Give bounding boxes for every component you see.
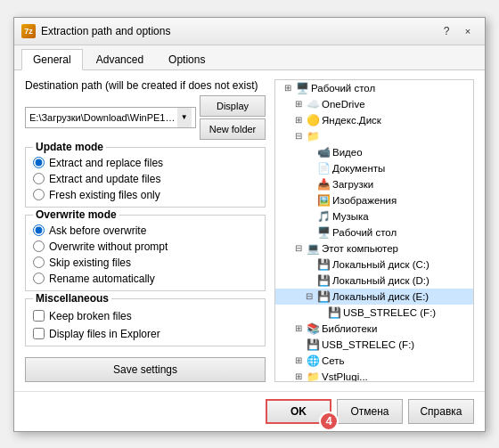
tree-label: Загрузки bbox=[332, 179, 373, 190]
overwrite-mode-options: Ask before overwrite Overwrite without p… bbox=[33, 224, 258, 285]
tree-label: Локальный диск (C:) bbox=[332, 259, 429, 270]
folder-icon: 📁 bbox=[307, 130, 319, 143]
tree-item-disk-c[interactable]: 💾 Локальный диск (C:) bbox=[275, 257, 473, 273]
misc-section: Miscellaneous Keep broken files Display … bbox=[25, 298, 266, 346]
radio-extract-update[interactable]: Extract and update files bbox=[33, 173, 258, 185]
tree-label: OneDrive bbox=[322, 99, 365, 110]
tree-item-onedrive[interactable]: ⊞ ☁️ OneDrive bbox=[275, 96, 473, 112]
tree-toggle: ⊞ bbox=[293, 355, 304, 365]
desktop-icon: 🖥️ bbox=[296, 82, 308, 94]
radio-fresh-existing[interactable]: Fresh existing files only bbox=[33, 189, 258, 201]
tree-item-docs[interactable]: 📄 Документы bbox=[275, 160, 473, 176]
help-bottom-button[interactable]: Справка bbox=[408, 399, 474, 424]
title-bar-controls: ? × bbox=[437, 23, 478, 39]
misc-options: Keep broken files Display files in Explo… bbox=[33, 308, 258, 340]
close-button[interactable]: × bbox=[458, 23, 478, 39]
tree-item-desktop2[interactable]: 🖥️ Рабочий стол bbox=[275, 224, 473, 240]
title-bar-left: 7z Extraction path and options bbox=[21, 24, 170, 38]
main-content: Destination path (will be created if doe… bbox=[14, 70, 485, 391]
tree-label: Яндекс.Диск bbox=[322, 115, 381, 126]
tree-item-video[interactable]: 📹 Видео bbox=[275, 144, 473, 160]
video-icon: 📹 bbox=[317, 146, 330, 159]
radio-rename-auto[interactable]: Rename automatically bbox=[33, 273, 258, 285]
cloud-icon: ☁️ bbox=[307, 98, 319, 110]
checkbox-keep-broken[interactable]: Keep broken files bbox=[33, 310, 258, 322]
title-bar: 7z Extraction path and options ? × bbox=[14, 18, 485, 45]
tree-item-disk-e[interactable]: ⊟ 💾 Локальный диск (E:) bbox=[275, 289, 473, 305]
tab-advanced[interactable]: Advanced bbox=[85, 49, 155, 69]
tree-label: Рабочий стол bbox=[311, 83, 375, 94]
vstplugin-icon: 📁 bbox=[307, 371, 319, 382]
checkbox-display-explorer[interactable]: Display files in Explorer bbox=[33, 328, 258, 340]
tree-label: Изображения bbox=[332, 195, 397, 206]
path-dropdown-button[interactable]: ▼ bbox=[177, 108, 192, 127]
tab-bar: General Advanced Options bbox=[14, 45, 485, 70]
update-mode-options: Extract and replace files Extract and up… bbox=[33, 157, 258, 201]
cancel-button[interactable]: Отмена bbox=[337, 399, 403, 424]
radio-extract-replace[interactable]: Extract and replace files bbox=[33, 157, 258, 169]
yandex-icon: 🟡 bbox=[307, 114, 319, 126]
libraries-icon: 📚 bbox=[307, 322, 319, 335]
disk-e-icon: 💾 bbox=[317, 290, 330, 303]
tree-label: USB_STRELEC (F:) bbox=[322, 339, 414, 350]
computer-icon: 💻 bbox=[307, 242, 319, 255]
tree-toggle: ⊞ bbox=[293, 323, 304, 333]
tree-label: Локальный диск (D:) bbox=[332, 275, 429, 286]
tree-item-network[interactable]: ⊞ 🌐 Сеть bbox=[275, 353, 473, 369]
tree-toggle: ⊞ bbox=[293, 115, 304, 125]
tree-toggle: ⊟ bbox=[293, 243, 304, 253]
usb-f1-icon: 💾 bbox=[328, 306, 340, 319]
tree-item-user[interactable]: ⊟ 📁 bbox=[275, 128, 473, 144]
save-settings-button[interactable]: Save settings bbox=[25, 357, 266, 382]
tree-label: Локальный диск (E:) bbox=[332, 291, 429, 302]
overwrite-mode-section: Overwrite mode Ask before overwrite Over… bbox=[25, 215, 266, 291]
update-mode-section: Update mode Extract and replace files Ex… bbox=[25, 147, 266, 208]
path-input[interactable] bbox=[29, 112, 177, 123]
tree-label: Видео bbox=[332, 147, 363, 158]
tree-label: Сеть bbox=[322, 355, 345, 366]
tree-toggle: ⊞ bbox=[282, 83, 293, 93]
downloads-icon: 📥 bbox=[317, 178, 330, 191]
help-title-button[interactable]: ? bbox=[437, 23, 456, 39]
radio-overwrite-without[interactable]: Overwrite without prompt bbox=[33, 240, 258, 253]
tree-item-music[interactable]: 🎵 Музыка bbox=[275, 208, 473, 224]
tree-item-downloads[interactable]: 📥 Загрузки bbox=[275, 176, 473, 192]
misc-legend: Miscellaneous bbox=[33, 292, 111, 305]
tree-label: Документы bbox=[332, 163, 385, 174]
left-panel: Destination path (will be created if doe… bbox=[25, 79, 266, 382]
network-icon: 🌐 bbox=[307, 354, 319, 367]
new-folder-button[interactable]: New folder bbox=[200, 118, 266, 140]
tree-item-usb-f2[interactable]: 💾 USB_STRELEC (F:) bbox=[275, 337, 473, 353]
tree-toggle: ⊟ bbox=[293, 131, 304, 141]
app-icon: 7z bbox=[21, 24, 36, 38]
ok-wrapper: OK 4 bbox=[266, 399, 331, 424]
tree-label: Рабочий стол bbox=[332, 227, 397, 238]
tree-item-desktop1[interactable]: ⊞ 🖥️ Рабочий стол bbox=[275, 80, 473, 96]
radio-skip-existing[interactable]: Skip existing files bbox=[33, 257, 258, 269]
tree-item-libraries[interactable]: ⊞ 📚 Библиотеки bbox=[275, 321, 473, 337]
overwrite-mode-legend: Overwrite mode bbox=[33, 208, 119, 221]
tab-general[interactable]: General bbox=[21, 49, 83, 70]
dialog-title: Extraction path and options bbox=[41, 25, 170, 37]
dialog-window: 7z Extraction path and options ? × Gener… bbox=[13, 17, 486, 432]
tree-label: Этот компьютер bbox=[322, 243, 398, 254]
desktop2-icon: 🖥️ bbox=[317, 226, 330, 239]
radio-ask-before[interactable]: Ask before overwrite bbox=[33, 224, 258, 237]
file-tree[interactable]: ⊞ 🖥️ Рабочий стол ⊞ ☁️ OneDrive ⊞ 🟡 Янде… bbox=[274, 79, 474, 382]
tree-item-yandex[interactable]: ⊞ 🟡 Яндекс.Диск bbox=[275, 112, 473, 128]
tree-toggle: ⊞ bbox=[293, 99, 304, 109]
images-icon: 🖼️ bbox=[317, 194, 330, 207]
path-row: ▼ Display New folder bbox=[25, 95, 266, 140]
tree-item-images[interactable]: 🖼️ Изображения bbox=[275, 192, 473, 208]
music-icon: 🎵 bbox=[317, 210, 330, 223]
update-mode-legend: Update mode bbox=[33, 141, 106, 153]
usb-f2-icon: 💾 bbox=[307, 338, 319, 351]
tree-item-usb-f1[interactable]: 💾 USB_STRELEC (F:) bbox=[275, 305, 473, 321]
tree-item-vstplugin[interactable]: ⊞ 📁 VstPlugi... bbox=[275, 369, 473, 382]
docs-icon: 📄 bbox=[317, 162, 330, 175]
step-badge: 4 bbox=[319, 411, 339, 431]
tab-options[interactable]: Options bbox=[157, 49, 217, 69]
tree-item-disk-d[interactable]: 💾 Локальный диск (D:) bbox=[275, 273, 473, 289]
display-button[interactable]: Display bbox=[200, 95, 266, 117]
tree-item-computer[interactable]: ⊟ 💻 Этот компьютер bbox=[275, 240, 473, 257]
